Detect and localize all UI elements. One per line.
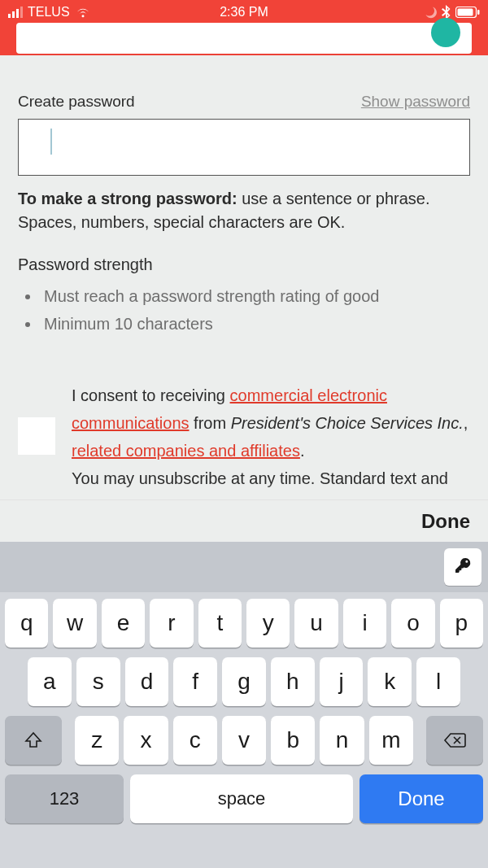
key-q[interactable]: q — [5, 599, 48, 648]
password-label-row: Create password Show password — [18, 93, 470, 111]
consent-mid1: from — [190, 414, 231, 432]
password-requirement: Must reach a password strength rating of… — [41, 282, 470, 310]
key-u[interactable]: u — [294, 599, 338, 648]
backspace-key[interactable] — [426, 716, 483, 765]
consent-mid2: , — [464, 414, 468, 432]
cellular-signal-icon — [8, 7, 23, 18]
key-j[interactable]: j — [320, 657, 364, 706]
key-z[interactable]: z — [75, 716, 119, 765]
key-a[interactable]: a — [28, 657, 72, 706]
key-r[interactable]: r — [150, 599, 193, 648]
backspace-icon — [443, 732, 466, 748]
password-autofill-button[interactable] — [444, 548, 481, 586]
svg-rect-1 — [458, 9, 473, 16]
on-screen-keyboard: q w e r t y u i o p a s d f g h j k l z … — [0, 542, 488, 868]
password-input[interactable] — [18, 119, 470, 176]
key-k[interactable]: k — [368, 657, 412, 706]
key-m[interactable]: m — [369, 716, 413, 765]
consent-pre: I consent to receiving — [72, 386, 230, 404]
do-not-disturb-icon — [424, 6, 437, 19]
toggle-knob-icon — [431, 18, 460, 47]
password-input-wrapper — [18, 111, 470, 176]
keyboard-suggestion-bar — [0, 542, 488, 592]
keyboard-row-2: a s d f g h j k l — [3, 657, 485, 706]
key-s[interactable]: s — [76, 657, 120, 706]
consent-mid3: . — [300, 442, 305, 460]
wifi-icon — [75, 7, 91, 18]
password-requirement: Minimum 10 characters — [41, 310, 470, 338]
header-strip — [0, 24, 488, 55]
show-password-link[interactable]: Show password — [361, 93, 470, 111]
shift-icon — [24, 731, 43, 750]
keyboard-row-1: q w e r t y u i o p — [3, 599, 485, 648]
key-p[interactable]: p — [440, 599, 483, 648]
key-h[interactable]: h — [271, 657, 315, 706]
key-i[interactable]: i — [343, 599, 386, 648]
carrier-label: TELUS — [28, 5, 70, 20]
battery-icon — [455, 7, 480, 18]
consent-company: President's Choice Services Inc. — [231, 414, 464, 432]
keyboard-row-3-letters: z x c v b n m — [67, 716, 421, 765]
key-w[interactable]: w — [53, 599, 96, 648]
password-strength-heading: Password strength — [18, 255, 470, 274]
password-field-label: Create password — [18, 93, 135, 111]
svg-rect-2 — [477, 10, 480, 15]
key-g[interactable]: g — [222, 657, 266, 706]
keyboard-toolbar: Done — [0, 499, 488, 542]
key-x[interactable]: x — [124, 716, 168, 765]
key-d[interactable]: d — [125, 657, 169, 706]
status-left: TELUS — [8, 5, 220, 20]
form-content: Create password Show password To make a … — [0, 93, 488, 520]
keyboard-toolbar-done-button[interactable]: Done — [421, 510, 470, 533]
key-v[interactable]: v — [222, 716, 266, 765]
keyboard-row-3: z x c v b n m — [3, 716, 485, 765]
shift-key[interactable] — [5, 716, 62, 765]
keyboard-row-4: 123 space Done — [3, 774, 485, 823]
password-tip: To make a strong password: use a sentenc… — [18, 187, 470, 234]
status-time: 2:36 PM — [220, 5, 268, 20]
key-l[interactable]: l — [416, 657, 460, 706]
consent-checkbox[interactable] — [18, 417, 55, 455]
key-o[interactable]: o — [391, 599, 434, 648]
password-requirements-list: Must reach a password strength rating of… — [41, 282, 470, 338]
password-tip-bold: To make a strong password: — [18, 190, 237, 207]
key-y[interactable]: y — [246, 599, 290, 648]
numbers-key[interactable]: 123 — [5, 774, 124, 823]
related-companies-link[interactable]: related companies and affiliates — [72, 442, 300, 460]
space-key[interactable]: space — [130, 774, 353, 823]
key-c[interactable]: c — [173, 716, 217, 765]
keyboard-done-key[interactable]: Done — [359, 774, 483, 823]
key-n[interactable]: n — [320, 716, 364, 765]
content-fade — [0, 483, 488, 499]
key-t[interactable]: t — [198, 599, 242, 648]
previous-card-peek — [16, 23, 472, 54]
status-bar: TELUS 2:36 PM — [0, 0, 488, 24]
key-b[interactable]: b — [271, 716, 315, 765]
key-e[interactable]: e — [102, 599, 145, 648]
key-icon — [454, 556, 472, 578]
key-f[interactable]: f — [173, 657, 217, 706]
